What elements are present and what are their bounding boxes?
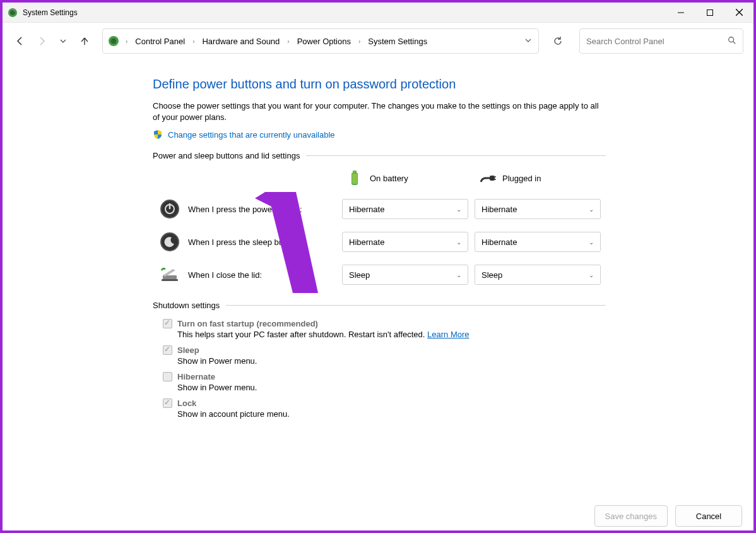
svg-point-9 [729, 37, 734, 42]
option-title: Sleep [177, 345, 199, 355]
back-button[interactable] [11, 32, 29, 50]
option-subtext: Show in Power menu. [163, 383, 606, 392]
select-value: Sleep [481, 270, 502, 280]
breadcrumb-item[interactable]: Control Panel [131, 34, 189, 49]
chevron-down-icon: ⌄ [456, 272, 461, 278]
fast-startup-option: Turn on fast startup (recommended) This … [153, 319, 606, 339]
svg-line-10 [733, 41, 736, 44]
control-panel-icon [108, 35, 119, 47]
titlebar: System Settings [3, 3, 753, 23]
change-settings-link[interactable]: Change settings that are currently unava… [168, 130, 335, 140]
option-title: Turn on fast startup (recommended) [177, 319, 318, 328]
option-subtext: Show in account picture menu. [163, 409, 606, 419]
window-title: System Settings [23, 8, 78, 17]
save-button[interactable]: Save changes [594, 505, 668, 527]
on-battery-label: On battery [370, 174, 408, 183]
divider [226, 305, 606, 306]
search-icon [728, 36, 736, 47]
app-icon [8, 8, 18, 18]
sleep-button-plugged-select[interactable]: Hibernate ⌄ [475, 232, 601, 252]
addressbar[interactable]: › Control Panel › Hardware and Sound › P… [102, 28, 539, 54]
select-value: Sleep [349, 270, 370, 280]
sleep-checkbox [163, 345, 172, 355]
cancel-button[interactable]: Cancel [675, 505, 742, 527]
svg-rect-12 [353, 171, 357, 173]
power-button-icon [159, 198, 180, 220]
maximize-button[interactable] [695, 3, 724, 23]
plugged-in-label: Plugged in [502, 174, 541, 183]
row-label-text: When I press the power button: [188, 205, 302, 214]
breadcrumb-separator: › [286, 38, 290, 45]
breadcrumb-item[interactable]: System Settings [364, 34, 431, 49]
svg-rect-13 [352, 174, 357, 184]
chevron-down-icon: ⌄ [589, 239, 594, 246]
chevron-down-icon: ⌄ [589, 272, 594, 278]
select-value: Hibernate [349, 205, 384, 214]
lid-close-plugged-select[interactable]: Sleep ⌄ [475, 265, 601, 285]
option-subtext: Show in Power menu. [163, 356, 606, 366]
toolbar: › Control Panel › Hardware and Sound › P… [3, 23, 753, 59]
chevron-down-icon: ⌄ [456, 239, 461, 246]
option-title: Lock [177, 398, 196, 408]
section-header: Power and sleep buttons and lid settings [153, 151, 300, 160]
sleep-button-row-label: When I press the sleep button: [153, 231, 336, 253]
close-button[interactable] [724, 3, 753, 23]
chevron-down-icon: ⌄ [589, 206, 594, 213]
search-input[interactable] [586, 29, 736, 53]
page-title: Define power buttons and turn on passwor… [153, 77, 606, 92]
svg-rect-24 [162, 279, 178, 281]
breadcrumb-separator: › [191, 38, 196, 45]
on-battery-header: On battery [342, 169, 468, 187]
page-description: Choose the power settings that you want … [153, 100, 606, 123]
recent-dropdown[interactable] [54, 32, 72, 50]
lid-close-row-label: When I close the lid: [153, 264, 336, 285]
uac-shield-icon [153, 129, 163, 140]
breadcrumb-separator: › [124, 38, 129, 45]
up-button[interactable] [76, 32, 93, 50]
chevron-down-icon: ⌄ [456, 206, 461, 213]
select-value: Hibernate [481, 205, 517, 214]
laptop-lid-icon [159, 264, 180, 285]
plug-icon [478, 169, 496, 187]
svg-rect-14 [490, 176, 495, 181]
lock-option: Lock Show in account picture menu. [153, 398, 606, 419]
breadcrumb-item[interactable]: Hardware and Sound [198, 34, 283, 49]
select-value: Hibernate [481, 237, 517, 247]
plugged-in-header: Plugged in [475, 169, 601, 187]
sleep-option: Sleep Show in Power menu. [153, 345, 606, 366]
search-box[interactable] [579, 28, 743, 54]
address-dropdown[interactable] [521, 37, 536, 46]
lock-checkbox [163, 398, 172, 408]
option-title: Hibernate [177, 372, 215, 381]
power-button-plugged-select[interactable]: Hibernate ⌄ [475, 199, 601, 219]
breadcrumb-item[interactable]: Power Options [293, 34, 355, 49]
option-subtext: This helps start your PC faster after sh… [177, 330, 425, 339]
breadcrumb-separator: › [357, 38, 362, 45]
hibernate-option: Hibernate Show in Power menu. [153, 372, 606, 392]
refresh-button[interactable] [546, 30, 569, 52]
row-label-text: When I press the sleep button: [188, 237, 299, 247]
forward-button[interactable] [33, 32, 50, 50]
fast-startup-checkbox [163, 319, 172, 328]
row-label-text: When I close the lid: [188, 270, 262, 280]
hibernate-checkbox [163, 372, 172, 381]
select-value: Hibernate [349, 237, 384, 247]
battery-icon [346, 169, 363, 187]
section-header: Shutdown settings [153, 301, 220, 310]
svg-rect-4 [707, 9, 713, 15]
power-button-battery-select[interactable]: Hibernate ⌄ [342, 199, 468, 219]
sleep-button-icon [159, 231, 180, 253]
svg-point-1 [10, 10, 15, 15]
learn-more-link[interactable]: Learn More [427, 330, 469, 339]
minimize-button[interactable] [666, 3, 695, 23]
divider [306, 155, 606, 156]
svg-point-8 [111, 39, 117, 44]
lid-close-battery-select[interactable]: Sleep ⌄ [342, 265, 468, 285]
sleep-button-battery-select[interactable]: Hibernate ⌄ [342, 232, 468, 252]
power-button-row-label: When I press the power button: [153, 198, 336, 220]
